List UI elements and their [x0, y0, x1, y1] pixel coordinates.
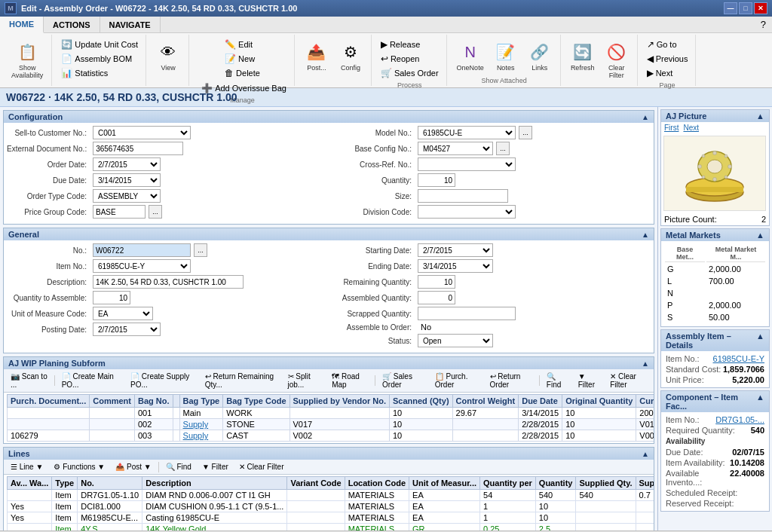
refresh-button[interactable]: 🔄 Refresh — [567, 38, 599, 74]
lines-clear-filter-button[interactable]: ✕ Clear Filter — [235, 461, 288, 472]
assembly-bom-button[interactable]: 📄 Assembly BOM — [58, 52, 135, 66]
edit-icon: ✏️ — [225, 39, 236, 50]
create-supply-po-button[interactable]: 📄 Create Supply PO... — [127, 371, 198, 390]
line-menu-button[interactable]: ☰ Line ▼ — [7, 461, 47, 472]
statistics-button[interactable]: 📊 Statistics — [58, 66, 111, 80]
wip-find-button[interactable]: 🔍 Find — [543, 371, 571, 390]
tab-actions[interactable]: ACTIONS — [44, 17, 100, 32]
no-browse[interactable]: ... — [194, 243, 207, 257]
line-supplied-4 — [576, 524, 636, 531]
metal-collapse-icon[interactable]: ▲ — [756, 231, 764, 240]
item-no-input[interactable]: 61985CU-E-Y — [93, 259, 191, 273]
road-map-button[interactable]: 🗺 Road Map — [328, 371, 372, 390]
return-order-button[interactable]: ↩ Return Order — [486, 371, 536, 390]
clear-filter-button[interactable]: 🚫 ClearFilter — [601, 38, 633, 81]
component-item-panel: Component – Item Fac... ▲ Item No.: DR7G… — [660, 390, 770, 512]
wip-clear-filter-button[interactable]: ✕ Clear Filter — [606, 371, 651, 390]
functions-button[interactable]: ⚙ Functions ▼ — [50, 461, 109, 472]
lines-filter-button[interactable]: ▼ Filter — [198, 461, 232, 472]
bag-type-link-3[interactable]: Supply — [183, 431, 209, 440]
external-doc-input[interactable] — [93, 142, 183, 155]
next-button[interactable]: ▶ Next — [644, 66, 676, 80]
new-button[interactable]: 📝 New — [222, 52, 258, 66]
remaining-qty-input[interactable] — [418, 275, 455, 289]
onenote-button[interactable]: N OneNote — [453, 38, 488, 74]
order-date-input[interactable]: 2/7/2015 — [93, 157, 161, 171]
status-input[interactable]: Open — [418, 334, 493, 347]
line-type-3: Item — [52, 512, 78, 524]
wip-sales-order-button[interactable]: 🛒 Sales Order — [378, 371, 428, 390]
wip-collapse[interactable]: ▲ — [642, 359, 649, 368]
general-collapse[interactable]: ▲ — [642, 231, 649, 239]
comp-item-no-value[interactable]: DR7G1.05-... — [715, 415, 764, 424]
maximize-button[interactable]: □ — [739, 2, 752, 14]
sell-to-customer-input[interactable]: C001 — [93, 126, 191, 139]
view-button[interactable]: 👁 View — [152, 38, 184, 74]
model-no-input[interactable]: 61985CU-E — [418, 126, 516, 139]
edit-button[interactable]: ✏️ Edit — [222, 38, 256, 51]
scrapped-qty-input[interactable] — [418, 307, 516, 320]
links-button[interactable]: 🔗 Links — [524, 38, 556, 74]
ending-date-input[interactable]: 3/14/2015 — [418, 259, 493, 273]
price-group-browse[interactable]: ... — [149, 205, 162, 219]
lines-header[interactable]: Lines ▲ — [4, 448, 654, 460]
metal-row-G: G 2,000.00 — [665, 264, 765, 274]
qty-to-assemble-input[interactable] — [93, 291, 130, 304]
delete-button[interactable]: 🗑 Delete — [222, 66, 263, 80]
release-button[interactable]: ▶ Release — [378, 38, 423, 51]
scan-to-button[interactable]: 📷 Scan to ... — [7, 371, 51, 390]
lines-find-button[interactable]: 🔍 Find — [162, 461, 195, 472]
split-job-button[interactable]: ✂ Split job... — [284, 371, 326, 390]
config-button[interactable]: ⚙ Config — [335, 38, 366, 74]
show-availability-button[interactable]: 📋 ShowAvailability — [8, 38, 47, 81]
order-type-input[interactable]: ASSEMBLY — [93, 189, 161, 203]
picture-first-btn[interactable]: First — [664, 124, 679, 132]
lines-collapse[interactable]: ▲ — [642, 450, 649, 458]
wip-header[interactable]: AJ WIP Planing Subform ▲ — [4, 357, 654, 369]
configuration-header[interactable]: Configuration ▲ — [4, 111, 654, 123]
tab-home[interactable]: HOME — [0, 17, 44, 33]
base-config-browse[interactable]: ... — [496, 142, 510, 155]
update-unit-cost-button[interactable]: 🔄 Update Unit Cost — [58, 38, 141, 51]
posting-date-input[interactable]: 2/7/2015 — [93, 323, 161, 336]
minimize-button[interactable]: — — [724, 2, 737, 14]
return-remaining-button[interactable]: ↩ Return Remaining Qty... — [201, 371, 281, 390]
notes-button[interactable]: 📝 Notes — [490, 38, 522, 74]
goto-button[interactable]: ↗ Go to — [644, 38, 680, 51]
description-input[interactable] — [93, 275, 244, 289]
wip-filter-button[interactable]: ▼ Filter — [574, 371, 604, 390]
quantity-config-input[interactable] — [418, 173, 455, 187]
assembled-qty-input[interactable] — [418, 291, 455, 304]
close-button[interactable]: ✕ — [754, 2, 767, 14]
previous-button[interactable]: ◀ Previous — [644, 52, 691, 66]
lines-post-button[interactable]: 📤 Post ▼ — [112, 461, 155, 472]
tab-navigate[interactable]: NAVIGATE — [100, 17, 161, 32]
price-group-input[interactable] — [93, 205, 146, 219]
configuration-collapse[interactable]: ▲ — [642, 113, 649, 121]
sales-order-ribbon-button[interactable]: 🛒 Sales Order — [378, 66, 442, 80]
model-no-browse[interactable]: ... — [519, 126, 532, 139]
due-date-input[interactable]: 3/14/2015 — [93, 173, 161, 187]
size-input[interactable] — [418, 189, 508, 203]
bom-icon: 📄 — [61, 54, 72, 64]
help-button[interactable]: ? — [755, 17, 772, 32]
uom-label: Unit of Measure Code: — [7, 310, 90, 318]
create-main-po-button[interactable]: 📄 Create Main PO... — [58, 371, 124, 390]
cross-ref-input[interactable] — [418, 157, 516, 171]
starting-date-input[interactable]: 2/7/2015 — [418, 243, 493, 257]
bag-type-link-2[interactable]: Supply — [183, 420, 209, 429]
post-button[interactable]: 📤 Post... — [301, 38, 332, 74]
base-config-input[interactable]: M04527 — [418, 142, 493, 155]
assembly-item-no-value[interactable]: 61985CU-E-Y — [713, 354, 764, 363]
division-input[interactable] — [418, 205, 516, 219]
purch-order-button[interactable]: 📋 Purch. Order — [431, 371, 483, 390]
uom-input[interactable]: EA — [93, 307, 153, 320]
component-collapse-icon[interactable]: ▲ — [756, 393, 764, 411]
no-input[interactable] — [93, 243, 191, 257]
reopen-button[interactable]: ↩ Reopen — [378, 52, 423, 66]
picture-next-btn[interactable]: Next — [683, 124, 699, 132]
general-header[interactable]: General ▲ — [4, 228, 654, 240]
group-label-process: Process — [397, 80, 422, 89]
assembly-collapse-icon[interactable]: ▲ — [756, 332, 764, 350]
picture-collapse-icon[interactable]: ▲ — [756, 112, 764, 121]
